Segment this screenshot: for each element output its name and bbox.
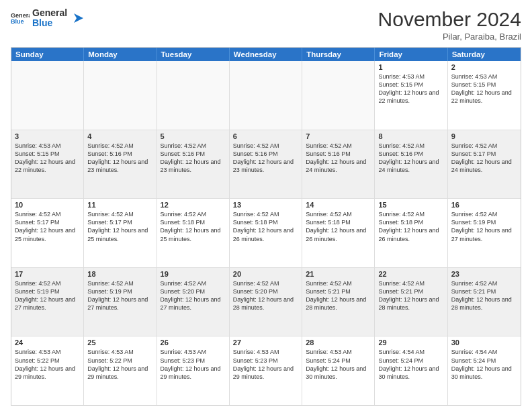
page: General Blue General Blue November 2024 …: [0, 0, 532, 411]
header-day-saturday: Saturday: [448, 48, 521, 61]
day-number: 18: [87, 270, 152, 278]
day-info: Sunrise: 4:52 AMSunset: 5:19 PMDaylight:…: [451, 210, 517, 243]
empty-cell-w0c1: [84, 61, 157, 130]
day-info: Sunrise: 4:52 AMSunset: 5:20 PMDaylight:…: [161, 279, 226, 312]
day-info: Sunrise: 4:54 AMSunset: 5:24 PMDaylight:…: [451, 348, 517, 381]
day-info: Sunrise: 4:52 AMSunset: 5:16 PMDaylight:…: [233, 142, 298, 175]
day-info: Sunrise: 4:53 AMSunset: 5:15 PMDaylight:…: [451, 73, 517, 105]
day-info: Sunrise: 4:53 AMSunset: 5:22 PMDaylight:…: [15, 348, 80, 381]
day-info: Sunrise: 4:52 AMSunset: 5:17 PMDaylight:…: [15, 210, 80, 243]
day-cell-13: 13Sunrise: 4:52 AMSunset: 5:18 PMDayligh…: [230, 199, 302, 267]
day-number: 6: [233, 132, 298, 140]
header-day-sunday: Sunday: [11, 48, 84, 61]
day-cell-29: 29Sunrise: 4:54 AMSunset: 5:24 PMDayligh…: [375, 336, 447, 405]
day-cell-21: 21Sunrise: 4:52 AMSunset: 5:21 PMDayligh…: [302, 268, 375, 336]
day-cell-20: 20Sunrise: 4:52 AMSunset: 5:20 PMDayligh…: [230, 268, 302, 336]
day-number: 22: [378, 270, 443, 278]
month-title: November 2024: [378, 8, 521, 30]
day-number: 1: [378, 63, 443, 71]
day-number: 20: [233, 270, 298, 278]
day-info: Sunrise: 4:52 AMSunset: 5:18 PMDaylight:…: [378, 210, 443, 243]
header-day-tuesday: Tuesday: [157, 48, 230, 61]
logo-general: General: [32, 8, 67, 18]
day-number: 30: [451, 338, 517, 347]
day-number: 28: [306, 338, 371, 347]
day-number: 13: [233, 201, 298, 209]
calendar-body: 1Sunrise: 4:53 AMSunset: 5:15 PMDaylight…: [11, 61, 521, 405]
day-number: 23: [451, 270, 517, 278]
day-cell-23: 23Sunrise: 4:52 AMSunset: 5:21 PMDayligh…: [448, 268, 521, 336]
logo-blue: Blue: [32, 18, 67, 28]
day-info: Sunrise: 4:52 AMSunset: 5:18 PMDaylight:…: [161, 210, 226, 243]
day-info: Sunrise: 4:52 AMSunset: 5:21 PMDaylight:…: [306, 279, 371, 312]
empty-cell-w0c2: [157, 61, 230, 130]
week-row-2: 3Sunrise: 4:53 AMSunset: 5:15 PMDaylight…: [11, 130, 521, 199]
day-number: 15: [378, 201, 443, 209]
day-cell-27: 27Sunrise: 4:53 AMSunset: 5:23 PMDayligh…: [230, 336, 302, 405]
day-number: 25: [87, 338, 152, 347]
day-cell-6: 6Sunrise: 4:52 AMSunset: 5:16 PMDaylight…: [230, 130, 302, 199]
day-cell-9: 9Sunrise: 4:52 AMSunset: 5:17 PMDaylight…: [448, 130, 521, 199]
day-info: Sunrise: 4:52 AMSunset: 5:17 PMDaylight:…: [451, 142, 517, 175]
day-number: 26: [161, 338, 226, 347]
day-info: Sunrise: 4:52 AMSunset: 5:17 PMDaylight:…: [87, 210, 152, 243]
empty-cell-w0c0: [11, 61, 84, 130]
day-info: Sunrise: 4:53 AMSunset: 5:15 PMDaylight:…: [15, 142, 80, 175]
day-cell-18: 18Sunrise: 4:52 AMSunset: 5:19 PMDayligh…: [84, 268, 157, 336]
day-number: 4: [87, 132, 152, 140]
day-info: Sunrise: 4:52 AMSunset: 5:19 PMDaylight:…: [87, 279, 152, 312]
day-cell-5: 5Sunrise: 4:52 AMSunset: 5:16 PMDaylight…: [157, 130, 230, 199]
logo-arrow-icon: [70, 11, 85, 26]
day-number: 17: [15, 270, 80, 278]
day-info: Sunrise: 4:52 AMSunset: 5:18 PMDaylight:…: [233, 210, 298, 243]
day-cell-22: 22Sunrise: 4:52 AMSunset: 5:21 PMDayligh…: [375, 268, 447, 336]
day-cell-11: 11Sunrise: 4:52 AMSunset: 5:17 PMDayligh…: [84, 199, 157, 267]
svg-text:Blue: Blue: [11, 19, 24, 26]
day-cell-8: 8Sunrise: 4:52 AMSunset: 5:16 PMDaylight…: [375, 130, 447, 199]
day-cell-3: 3Sunrise: 4:53 AMSunset: 5:15 PMDaylight…: [11, 130, 84, 199]
day-info: Sunrise: 4:52 AMSunset: 5:20 PMDaylight:…: [233, 279, 298, 312]
header-day-monday: Monday: [84, 48, 157, 61]
logo-icon: General Blue: [11, 9, 30, 28]
day-number: 8: [378, 132, 443, 140]
day-cell-30: 30Sunrise: 4:54 AMSunset: 5:24 PMDayligh…: [448, 336, 521, 405]
day-number: 16: [451, 201, 517, 209]
day-cell-25: 25Sunrise: 4:53 AMSunset: 5:22 PMDayligh…: [84, 336, 157, 405]
day-number: 2: [451, 63, 517, 71]
header-day-wednesday: Wednesday: [230, 48, 302, 61]
location: Pilar, Paraiba, Brazil: [378, 32, 521, 42]
day-info: Sunrise: 4:52 AMSunset: 5:16 PMDaylight:…: [87, 142, 152, 175]
day-info: Sunrise: 4:52 AMSunset: 5:16 PMDaylight:…: [161, 142, 226, 175]
svg-text:General: General: [11, 12, 30, 19]
day-info: Sunrise: 4:52 AMSunset: 5:16 PMDaylight:…: [306, 142, 371, 175]
week-row-4: 17Sunrise: 4:52 AMSunset: 5:19 PMDayligh…: [11, 268, 521, 337]
week-row-5: 24Sunrise: 4:53 AMSunset: 5:22 PMDayligh…: [11, 336, 521, 405]
day-cell-26: 26Sunrise: 4:53 AMSunset: 5:23 PMDayligh…: [157, 336, 230, 405]
day-cell-10: 10Sunrise: 4:52 AMSunset: 5:17 PMDayligh…: [11, 199, 84, 267]
calendar-header: SundayMondayTuesdayWednesdayThursdayFrid…: [11, 48, 521, 61]
day-number: 9: [451, 132, 517, 140]
day-cell-4: 4Sunrise: 4:52 AMSunset: 5:16 PMDaylight…: [84, 130, 157, 199]
day-cell-7: 7Sunrise: 4:52 AMSunset: 5:16 PMDaylight…: [302, 130, 375, 199]
day-info: Sunrise: 4:52 AMSunset: 5:18 PMDaylight:…: [306, 210, 371, 243]
header-day-friday: Friday: [375, 48, 447, 61]
logo: General Blue General Blue: [11, 8, 85, 29]
day-info: Sunrise: 4:53 AMSunset: 5:23 PMDaylight:…: [233, 348, 298, 381]
empty-cell-w0c3: [230, 61, 302, 130]
day-number: 21: [306, 270, 371, 278]
title-block: November 2024 Pilar, Paraiba, Brazil: [378, 8, 521, 42]
day-number: 27: [233, 338, 298, 347]
day-number: 7: [306, 132, 371, 140]
day-cell-19: 19Sunrise: 4:52 AMSunset: 5:20 PMDayligh…: [157, 268, 230, 336]
day-number: 10: [15, 201, 80, 209]
day-info: Sunrise: 4:53 AMSunset: 5:22 PMDaylight:…: [87, 348, 152, 381]
empty-cell-w0c4: [302, 61, 375, 130]
day-number: 5: [161, 132, 226, 140]
day-number: 24: [15, 338, 80, 347]
week-row-3: 10Sunrise: 4:52 AMSunset: 5:17 PMDayligh…: [11, 199, 521, 268]
day-info: Sunrise: 4:52 AMSunset: 5:16 PMDaylight:…: [378, 142, 443, 175]
day-info: Sunrise: 4:54 AMSunset: 5:24 PMDaylight:…: [378, 348, 443, 381]
calendar: SundayMondayTuesdayWednesdayThursdayFrid…: [11, 47, 521, 406]
day-number: 29: [378, 338, 443, 347]
day-cell-28: 28Sunrise: 4:53 AMSunset: 5:24 PMDayligh…: [302, 336, 375, 405]
